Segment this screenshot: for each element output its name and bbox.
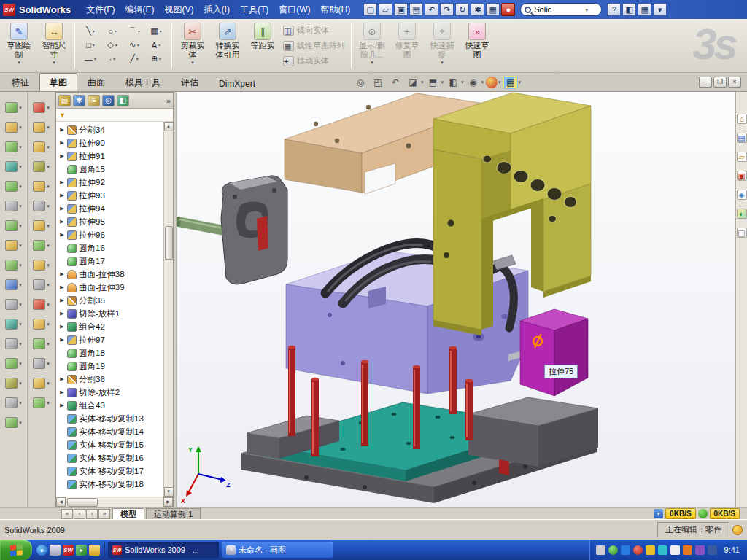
command-button[interactable]: 镜向实体: [283, 23, 345, 38]
expand-arrow-icon[interactable]: ▶: [59, 153, 65, 159]
feature-tree-item[interactable]: ▶ 圆角17: [59, 254, 173, 268]
toolbar-tool[interactable]: ▾: [33, 393, 50, 413]
panel-tab[interactable]: ◎: [102, 95, 115, 106]
view-tool-icon[interactable]: ↶: [388, 76, 403, 89]
toolbar-icon[interactable]: ▤: [409, 3, 423, 16]
side-block-part[interactable]: [520, 309, 588, 396]
dropdown-arrow-icon[interactable]: ▾: [1, 60, 36, 65]
sketch-entity-icon[interactable]: ⊕▾: [145, 52, 167, 66]
feature-tree-item[interactable]: ▶ 实体-移动/复制15: [59, 438, 173, 451]
feature-tree-item[interactable]: ▶ 拉伸91: [59, 149, 173, 163]
feature-tree-item[interactable]: ▶ 拉伸97: [59, 333, 173, 346]
tray-icon[interactable]: [596, 545, 605, 555]
command-button[interactable]: 快速草 图: [460, 21, 495, 65]
tree-horizontal-scrollbar[interactable]: ◀ ▶: [56, 497, 173, 507]
command-tab[interactable]: DimXpert: [209, 75, 266, 91]
command-tab[interactable]: 模具工具: [115, 73, 171, 91]
feature-tree-item[interactable]: ▶ 拉伸96: [59, 228, 173, 241]
command-button[interactable]: 线性草图阵列: [283, 38, 345, 53]
tree-vertical-scrollbar[interactable]: ▲ ▼: [163, 122, 173, 497]
dropdown-arrow-icon[interactable]: ▾: [19, 223, 22, 229]
expand-arrow-icon[interactable]: ▶: [59, 324, 65, 330]
document-tab[interactable]: 运动算例 1: [146, 508, 201, 519]
toolbar-tool[interactable]: ▾: [5, 98, 22, 117]
toolbar-tool[interactable]: ▾: [33, 98, 50, 117]
toolbar-tool[interactable]: ▾: [5, 295, 22, 314]
sketch-entity-icon[interactable]: ◇▾: [101, 38, 123, 52]
tray-icon[interactable]: [608, 545, 618, 555]
task-pane-tab-icon[interactable]: ◈: [737, 190, 747, 200]
panel-tab[interactable]: ▤: [58, 95, 71, 106]
expand-arrow-icon[interactable]: ▶: [59, 298, 65, 303]
panel-tab[interactable]: ✱: [73, 95, 85, 106]
dropdown-arrow-icon[interactable]: ▾: [47, 381, 50, 386]
toolbar-tool[interactable]: ▾: [5, 413, 22, 432]
tray-icon[interactable]: [683, 545, 692, 555]
sketch-entity-icon[interactable]: ⌒▾: [123, 24, 145, 38]
feature-tree-item[interactable]: ▶ 分割36: [59, 373, 173, 386]
scrollbar-thumb[interactable]: [165, 226, 173, 260]
sketch-entity-icon[interactable]: A▾: [145, 38, 167, 52]
dropdown-arrow-icon[interactable]: ▾: [19, 341, 22, 347]
toolbar-tool[interactable]: ▾: [33, 196, 50, 216]
toolbar-tool[interactable]: ▾: [33, 255, 50, 275]
toolbar-tool[interactable]: ▾: [5, 354, 22, 373]
dropdown-arrow-icon[interactable]: ▾: [36, 60, 71, 65]
dropdown-arrow-icon[interactable]: ▾: [19, 381, 22, 386]
sketch-entity-icon[interactable]: ·▾: [101, 52, 123, 66]
dropdown-arrow-icon[interactable]: ▾: [19, 361, 22, 367]
dropdown-arrow-icon[interactable]: ▾: [19, 184, 22, 190]
dropdown-arrow-icon[interactable]: ▾: [47, 105, 50, 111]
expand-arrow-icon[interactable]: ▶: [59, 337, 65, 343]
scroll-up-button[interactable]: ▲: [164, 122, 174, 131]
dropdown-arrow-icon[interactable]: ▾: [19, 164, 22, 170]
menu-item[interactable]: 编辑(E): [120, 1, 160, 19]
toolbar-icon[interactable]: ▱: [379, 3, 392, 16]
dropdown-arrow-icon[interactable]: ▾: [47, 262, 50, 268]
expand-arrow-icon[interactable]: ▶: [59, 219, 65, 225]
command-tab[interactable]: 草图: [39, 73, 77, 91]
toolbar-icon[interactable]: ●: [501, 3, 515, 16]
view-tool-icon[interactable]: ◧: [446, 76, 460, 89]
tray-icon[interactable]: [708, 545, 717, 555]
dropdown-arrow-icon[interactable]: ▾: [19, 262, 22, 268]
expand-arrow-icon[interactable]: ▶: [59, 127, 65, 133]
toolbar-icon[interactable]: ↻: [455, 3, 469, 16]
sketch-entity-icon[interactable]: ∿▾: [123, 38, 145, 52]
quick-launch-icon[interactable]: [50, 545, 61, 556]
feature-tree-item[interactable]: ▶ 圆角15: [59, 163, 173, 176]
view-tool-icon[interactable]: [486, 77, 498, 88]
menu-item[interactable]: 文件(F): [81, 1, 120, 19]
menu-item[interactable]: 插入(I): [199, 1, 235, 19]
dropdown-arrow-icon[interactable]: ▾: [19, 105, 22, 111]
sketch-entity-icon[interactable]: ▦▾: [145, 24, 167, 38]
command-tab[interactable]: 特征: [1, 73, 39, 91]
toolbar-icon[interactable]: ↶: [425, 3, 438, 16]
dropdown-arrow-icon[interactable]: ▾: [19, 203, 22, 209]
dropdown-arrow-icon[interactable]: ▾: [175, 60, 210, 65]
dropdown-arrow-icon[interactable]: ▾: [47, 361, 50, 367]
command-tab[interactable]: 曲面: [77, 73, 115, 91]
dropdown-arrow-icon[interactable]: ▾: [47, 184, 50, 190]
feature-tree-item[interactable]: ▶ 曲面-拉伸38: [59, 268, 173, 281]
expand-arrow-icon[interactable]: ▶: [59, 232, 65, 238]
quick-launch-icon[interactable]: [89, 545, 100, 556]
dropdown-arrow-icon[interactable]: ▾: [19, 400, 22, 406]
dropdown-arrow-icon[interactable]: ▾: [19, 322, 22, 327]
command-button[interactable]: 移动实体: [283, 53, 345, 69]
command-button[interactable]: 剪裁实 体 ▾: [175, 21, 210, 65]
view-tool-icon[interactable]: ⬒: [426, 76, 441, 89]
tray-icon[interactable]: [633, 545, 643, 555]
tab-nav-button[interactable]: ‹: [74, 509, 85, 519]
menu-item[interactable]: 视图(V): [160, 1, 199, 19]
tray-icon[interactable]: [621, 545, 630, 555]
chevron-icon[interactable]: »: [166, 96, 171, 105]
view-tool-icon[interactable]: ◉: [466, 76, 481, 89]
toolbar-icon[interactable]: ▢: [363, 3, 377, 16]
view-tool-icon[interactable]: ◪: [406, 76, 420, 89]
feature-tree-item[interactable]: ▶ 切除-放样1: [59, 307, 173, 320]
toolbar-tool[interactable]: ▾: [5, 393, 22, 413]
dropdown-arrow-icon[interactable]: ▾: [47, 400, 50, 406]
tray-icon[interactable]: [658, 545, 667, 555]
sketch-entity-icon[interactable]: □▾: [80, 38, 101, 52]
